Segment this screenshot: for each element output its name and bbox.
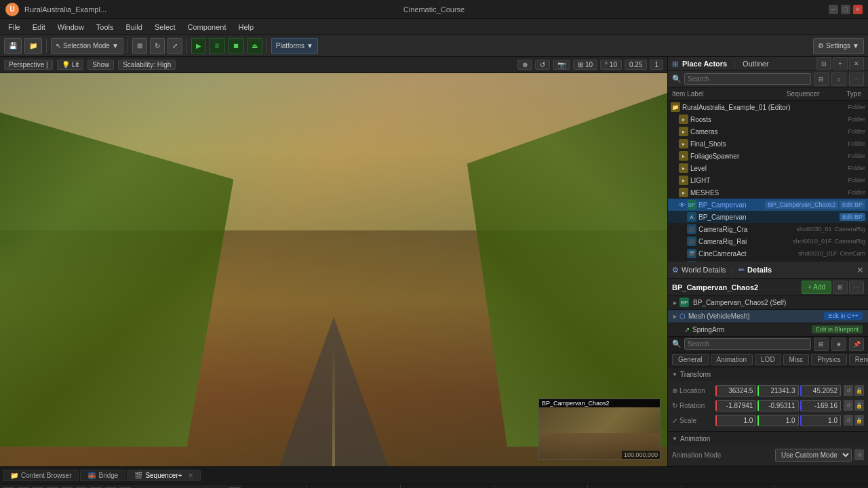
location-x-input[interactable] xyxy=(715,385,756,396)
viewport-fov-btn[interactable]: 0.25 xyxy=(625,60,647,70)
rotation-lock-btn[interactable]: 🔒 xyxy=(854,400,864,411)
scale-x-input[interactable] xyxy=(715,415,756,426)
menu-edit[interactable]: Edit xyxy=(27,22,51,33)
bp-chaos-btn[interactable]: BP_Campervan_Chaos2 xyxy=(765,201,838,209)
outliner-light[interactable]: ▸ LIGHT Folder xyxy=(668,174,868,186)
rotation-reset-btn[interactable]: ↺ xyxy=(844,400,853,411)
timeline-ruler[interactable]: 0150 0300 0450 0600 0750 0900 xyxy=(244,485,868,488)
menu-component[interactable]: Component xyxy=(182,22,232,33)
right-panel-close[interactable]: ✕ xyxy=(849,57,864,70)
viewport-ctrl-3[interactable]: 📷 xyxy=(553,60,570,70)
menu-build[interactable]: Build xyxy=(121,22,148,33)
tab-rendering[interactable]: Rendering xyxy=(849,354,868,365)
tab-physics[interactable]: Physics xyxy=(811,354,846,365)
save-button[interactable]: 💾 xyxy=(4,38,22,54)
details-search-pin[interactable]: 📌 xyxy=(849,338,864,351)
outliner-camera-rig-cra[interactable]: 🎥 CameraRig_Cra shot0030_01 CameraRig xyxy=(668,223,868,235)
tab-misc[interactable]: Misc xyxy=(783,354,810,365)
world-settings-label: World Details xyxy=(682,266,726,274)
menu-select[interactable]: Select xyxy=(149,22,181,33)
menu-tools[interactable]: Tools xyxy=(91,22,119,33)
settings-button[interactable]: ⚙ Settings ▼ xyxy=(813,38,864,54)
outliner-cameras-type: Folder xyxy=(848,128,865,135)
menu-window[interactable]: Window xyxy=(52,22,90,33)
viewport-ctrl-1[interactable]: ⊕ xyxy=(517,60,532,70)
outliner-bp-campervan-selected[interactable]: 👁 BP BP_Campervan BP_Campervan_Chaos2 Ed… xyxy=(668,199,868,211)
show-button[interactable]: Show xyxy=(87,60,114,70)
maximize-button[interactable]: □ xyxy=(841,5,850,14)
menu-help[interactable]: Help xyxy=(233,22,259,33)
outliner-filter-btn[interactable]: ⊟ xyxy=(814,73,829,86)
details-layout-btn[interactable]: ⊞ xyxy=(833,281,848,294)
outliner-cinecam[interactable]: 🎬 CineCameraAct shot0010_01F CineCam xyxy=(668,247,868,260)
details-search-input[interactable] xyxy=(684,338,811,350)
location-z-input[interactable] xyxy=(800,385,841,396)
outliner-foliage[interactable]: ▸ FoliageSpawner Folder xyxy=(668,150,868,162)
pause-button[interactable]: ⏸ xyxy=(209,38,225,54)
play-button[interactable]: ▶ xyxy=(191,38,206,54)
viewport[interactable]: BP_Campervan_Chaos2 100,000,000 xyxy=(0,73,667,466)
menu-file[interactable]: File xyxy=(3,22,26,33)
outliner-cameras[interactable]: ▸ Cameras Folder xyxy=(668,125,868,138)
lit-button[interactable]: 💡 Lit xyxy=(57,60,84,70)
stop-button[interactable]: ⏹ xyxy=(228,38,244,54)
outliner-level[interactable]: ▸ Level Folder xyxy=(668,162,868,174)
outliner-meshes[interactable]: ▸ MESHES Folder xyxy=(668,186,868,199)
scale-button[interactable]: ⤢ xyxy=(167,38,182,54)
transform-button[interactable]: ⊞ xyxy=(132,38,147,54)
eject-button[interactable]: ⏏ xyxy=(247,38,262,54)
outliner-roosts[interactable]: ▸ Roosts Folder xyxy=(668,113,868,125)
transform-header[interactable]: ▼ Transform xyxy=(668,367,868,381)
right-panel-filter[interactable]: ⊟ xyxy=(816,57,831,70)
details-search-star[interactable]: ★ xyxy=(831,338,846,351)
scale-reset-btn[interactable]: ↺ xyxy=(844,415,853,426)
outliner-options-btn[interactable]: ⋯ xyxy=(849,73,864,86)
tab-animation[interactable]: Animation xyxy=(711,354,753,365)
platforms-button[interactable]: Platforms ▼ xyxy=(271,38,318,54)
spring-edit-btn[interactable]: Edit in Blueprint xyxy=(812,325,863,333)
right-panel-add[interactable]: + xyxy=(833,57,848,70)
tab-content-browser[interactable]: 📁 Content Browser xyxy=(3,470,79,481)
scale-y-input[interactable] xyxy=(757,415,798,426)
outliner-root[interactable]: 📁 RuralAustralia_Example_01 (Editor) Fol… xyxy=(668,101,868,113)
outliner-final-shots[interactable]: ▸ Final_Shots Folder xyxy=(668,138,868,150)
rotate-button[interactable]: ↻ xyxy=(150,38,165,54)
animation-header[interactable]: ▼ Animation xyxy=(668,432,868,445)
viewport-num-btn[interactable]: 1 xyxy=(650,60,663,70)
scalability-button[interactable]: Scalability: High xyxy=(118,60,176,70)
viewport-angle-btn[interactable]: ° 10 xyxy=(600,60,622,70)
details-more-btn[interactable]: ⋯ xyxy=(849,281,864,294)
outliner-search-input[interactable] xyxy=(684,73,811,85)
bp-edit-btn[interactable]: Edit BP xyxy=(840,201,865,209)
viewport-ctrl-2[interactable]: ↺ xyxy=(535,60,550,70)
details-search-options[interactable]: ⊞ xyxy=(814,338,829,351)
outliner-camera-rig-rai[interactable]: 🎥 CameraRig_Rai shot0010_01F CameraRig xyxy=(668,235,868,247)
mesh-edit-btn[interactable]: Edit in C++ xyxy=(824,312,863,320)
rotation-y-input[interactable] xyxy=(757,400,798,411)
tab-sequencer[interactable]: 🎬 Sequencer+ ✕ xyxy=(127,470,200,481)
details-add-button[interactable]: + Add xyxy=(802,281,831,294)
bp2-edit-btn[interactable]: Edit BP xyxy=(840,213,865,221)
tab-bridge[interactable]: 🌉 Bridge xyxy=(80,470,125,481)
open-button[interactable]: 📁 xyxy=(24,38,42,54)
animation-mode-reset[interactable]: ↺ xyxy=(854,449,864,460)
viewport-grid-btn[interactable]: ⊞ 10 xyxy=(573,60,597,70)
animation-mode-select[interactable]: Use Custom Mode xyxy=(775,449,852,462)
sequencer-tab-close[interactable]: ✕ xyxy=(188,472,193,479)
location-lock-btn[interactable]: 🔒 xyxy=(854,385,864,396)
minimize-button[interactable]: ─ xyxy=(829,5,838,14)
details-close-btn[interactable]: ✕ xyxy=(856,265,864,275)
tab-general[interactable]: General xyxy=(672,354,709,365)
tab-lod[interactable]: LOD xyxy=(755,354,781,365)
rotation-z-input[interactable] xyxy=(800,400,841,411)
outliner-bp-campervan-2[interactable]: A BP_Campervan Edit BP xyxy=(668,211,868,223)
close-button[interactable]: ✕ xyxy=(853,5,863,14)
outliner-sort-btn[interactable]: ↕ xyxy=(831,73,846,86)
perspective-button[interactable]: Perspective | xyxy=(4,60,53,70)
location-reset-btn[interactable]: ↺ xyxy=(844,385,853,396)
scale-lock-btn[interactable]: 🔒 xyxy=(854,415,864,426)
location-y-input[interactable] xyxy=(757,385,798,396)
selection-mode-button[interactable]: ↖ Selection Mode ▼ xyxy=(51,38,123,54)
scale-z-input[interactable] xyxy=(800,415,841,426)
rotation-x-input[interactable] xyxy=(715,400,756,411)
